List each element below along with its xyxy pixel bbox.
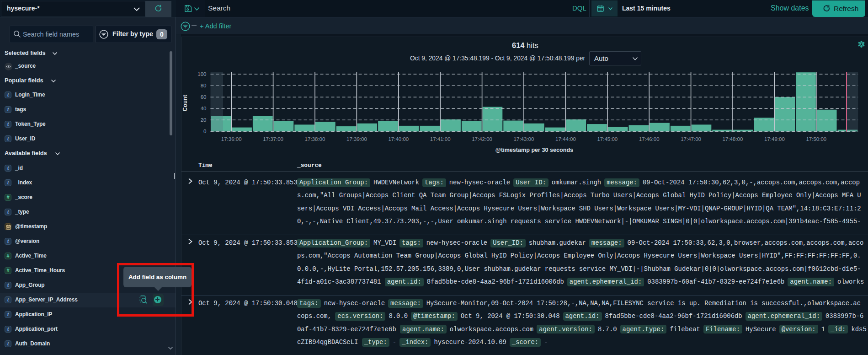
svg-text:17:40:00: 17:40:00 [388, 136, 409, 142]
svg-text:17:43:00: 17:43:00 [514, 136, 534, 142]
svg-text:Count: Count [182, 95, 188, 112]
svg-text:17:41:00: 17:41:00 [430, 136, 451, 142]
svg-text:@timestamp per 30 seconds: @timestamp per 30 seconds [495, 147, 573, 153]
svg-text:17:38:00: 17:38:00 [305, 136, 325, 142]
svg-text:17:45:00: 17:45:00 [597, 136, 618, 142]
svg-text:20: 20 [201, 117, 207, 123]
svg-text:60: 60 [201, 94, 207, 100]
svg-text:40: 40 [201, 106, 207, 111]
svg-text:17:44:00: 17:44:00 [555, 136, 576, 142]
svg-text:17:48:00: 17:48:00 [723, 136, 743, 142]
svg-text:17:42:00: 17:42:00 [472, 136, 492, 142]
svg-text:0: 0 [203, 129, 206, 134]
svg-text:17:46:00: 17:46:00 [639, 136, 660, 142]
svg-text:17:39:00: 17:39:00 [346, 136, 367, 142]
svg-text:80: 80 [201, 83, 207, 88]
svg-text:17:47:00: 17:47:00 [681, 136, 701, 142]
svg-text:17:37:00: 17:37:00 [263, 136, 283, 142]
svg-text:100: 100 [197, 71, 206, 77]
svg-text:17:49:00: 17:49:00 [764, 136, 785, 142]
svg-text:17:36:00: 17:36:00 [221, 136, 242, 142]
svg-text:17:50:00: 17:50:00 [806, 136, 826, 142]
